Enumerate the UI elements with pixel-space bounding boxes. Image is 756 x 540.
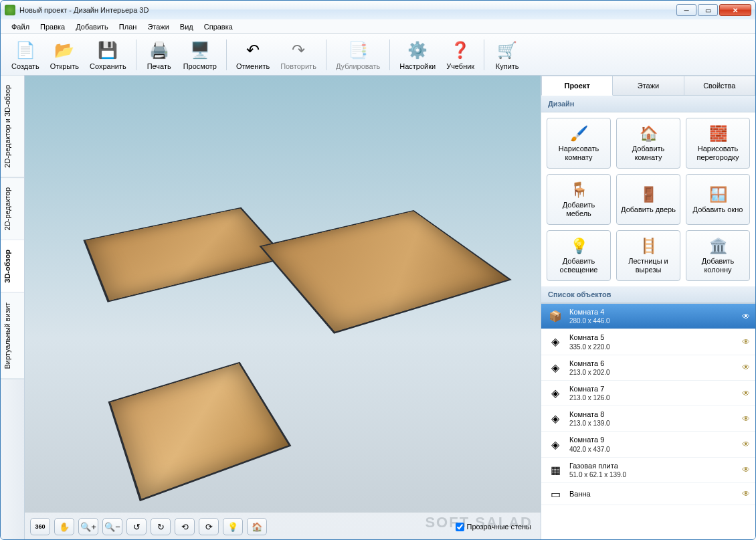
draw-partition-button[interactable]: 🧱Нарисовать перегородку — [686, 118, 750, 169]
add-light-button[interactable]: 💡Добавить освещение — [547, 230, 611, 281]
menu-справка[interactable]: Справка — [200, 21, 237, 32]
vp-rotate-left-button[interactable]: ↺ — [126, 518, 147, 535]
print-button-label: Печать — [147, 62, 171, 70]
sidebar-tabs: ПроектЭтажиСвойства — [541, 76, 755, 96]
add-window-button-label: Добавить окно — [693, 205, 743, 214]
object-item[interactable]: ◈Комната 6213.0 x 202.0👁 — [541, 355, 755, 381]
help-button[interactable]: ❓Учебник — [441, 37, 480, 73]
print-button[interactable]: 🖨️Печать — [140, 37, 178, 73]
settings-button[interactable]: ⚙️Настройки — [394, 37, 441, 73]
redo-button: ↷Повторить — [275, 37, 322, 73]
new-button-icon: 📄 — [15, 39, 36, 61]
object-list-header: Список объектов — [541, 286, 755, 303]
object-dimensions: 402.0 x 437.0 — [569, 445, 737, 454]
visibility-eye-icon[interactable]: 👁 — [742, 414, 750, 424]
add-light-button-icon: 💡 — [570, 237, 588, 256]
draw-room-button[interactable]: 🖌️Нарисовать комнату — [547, 118, 611, 169]
add-window-button-icon: 🪟 — [709, 185, 727, 204]
menu-этажи[interactable]: Этажи — [143, 21, 173, 32]
menu-добавить[interactable]: Добавить — [72, 21, 112, 32]
help-button-icon: ❓ — [450, 39, 471, 61]
preview-button-label: Просмотр — [183, 62, 217, 70]
visibility-eye-icon[interactable]: 👁 — [742, 465, 750, 474]
add-door-button[interactable]: 🚪Добавить дверь — [616, 174, 680, 225]
sidetab-2d[interactable]: 2D-редактор — [1, 178, 24, 240]
visibility-eye-icon[interactable]: 👁 — [742, 489, 750, 499]
menu-правка[interactable]: Правка — [36, 21, 69, 32]
draw-room-button-icon: 🖌️ — [570, 124, 588, 143]
object-item[interactable]: ◈Комната 5335.0 x 220.0👁 — [541, 329, 755, 355]
viewport[interactable]: 360✋🔍+🔍−↺↻⟲⟳💡🏠 Прозрачные стены SOFT SAL… — [25, 76, 541, 539]
vp-tilt-right-button[interactable]: ⟳ — [199, 518, 219, 535]
visibility-eye-icon[interactable]: 👁 — [742, 440, 750, 449]
add-window-button[interactable]: 🪟Добавить окно — [686, 174, 750, 225]
room-render — [108, 362, 292, 502]
add-furniture-button-label: Добавить мебель — [550, 201, 607, 217]
vp-zoom-out-button[interactable]: 🔍− — [102, 518, 122, 535]
object-icon: ▦ — [547, 462, 564, 477]
vp-360-button[interactable]: 360 — [30, 518, 50, 535]
minimize-button[interactable]: ─ — [676, 4, 696, 16]
draw-partition-button-icon: 🧱 — [709, 124, 727, 143]
object-item[interactable]: ◈Комната 7213.0 x 126.0👁 — [541, 381, 755, 406]
help-button-label: Учебник — [446, 62, 474, 70]
add-door-button-label: Добавить дверь — [621, 205, 676, 214]
toolbar: 📄Создать📂Открыть💾Сохранить🖨️Печать🖥️Прос… — [1, 34, 755, 76]
object-item[interactable]: ▦Газовая плита51.0 x 62.1 x 139.0👁 — [541, 458, 755, 483]
transparent-walls-checkbox[interactable]: Прозрачные стены — [456, 523, 535, 531]
visibility-eye-icon[interactable]: 👁 — [742, 363, 750, 372]
sidetab-virtual[interactable]: Виртуальный визит — [1, 293, 24, 379]
vp-home-button[interactable]: 🏠 — [247, 518, 267, 535]
open-button[interactable]: 📂Открыть — [45, 37, 84, 73]
undo-button[interactable]: ↶Отменить — [231, 37, 275, 73]
object-icon: ◈ — [547, 335, 564, 349]
sidetab-3d[interactable]: 3D-обзор — [1, 240, 24, 293]
settings-button-label: Настройки — [399, 62, 436, 70]
menu-вид[interactable]: Вид — [176, 21, 197, 32]
add-column-button-label: Добавить колонну — [689, 257, 747, 274]
transparent-walls-label: Прозрачные стены — [467, 523, 531, 531]
menu-план[interactable]: План — [115, 21, 141, 32]
stairs-button[interactable]: 🪜Лестницы и вырезы — [616, 230, 680, 281]
app-icon — [5, 5, 15, 15]
add-column-button[interactable]: 🏛️Добавить колонну — [686, 230, 750, 281]
duplicate-button-icon: 📑 — [347, 39, 369, 61]
maximize-button[interactable]: ▭ — [698, 4, 718, 16]
tab-properties[interactable]: Свойства — [684, 76, 755, 96]
object-name: Комната 9 — [569, 435, 737, 444]
object-item[interactable]: 📦Комната 4280.0 x 446.0👁 — [541, 304, 755, 329]
save-button[interactable]: 💾Сохранить — [84, 37, 132, 73]
object-name: Комната 5 — [569, 333, 737, 342]
object-item[interactable]: ◈Комната 8213.0 x 139.0👁 — [541, 406, 755, 432]
object-item[interactable]: ◈Комната 9402.0 x 437.0👁 — [541, 432, 755, 457]
visibility-eye-icon[interactable]: 👁 — [742, 389, 750, 398]
close-button[interactable]: ✕ — [719, 4, 751, 16]
open-button-icon: 📂 — [54, 39, 75, 61]
visibility-eye-icon[interactable]: 👁 — [742, 337, 750, 347]
buy-button[interactable]: 🛒Купить — [488, 37, 526, 73]
object-dimensions: 280.0 x 446.0 — [569, 317, 737, 325]
scene-3d[interactable] — [25, 76, 541, 513]
visibility-eye-icon[interactable]: 👁 — [742, 312, 750, 321]
add-furniture-button[interactable]: 🪑Добавить мебель — [547, 174, 611, 225]
open-button-label: Открыть — [50, 62, 79, 70]
add-room-button[interactable]: 🏠Добавить комнату — [616, 118, 680, 169]
sidetab-2d-3d[interactable]: 2D-редактор и 3D-обзор — [1, 76, 24, 178]
object-dimensions: 213.0 x 139.0 — [569, 419, 737, 428]
vp-light-button[interactable]: 💡 — [223, 518, 243, 535]
vp-tilt-left-button[interactable]: ⟲ — [175, 518, 195, 535]
redo-button-label: Повторить — [280, 62, 316, 70]
preview-button-icon: 🖥️ — [189, 39, 211, 61]
room-render — [260, 210, 512, 334]
preview-button[interactable]: 🖥️Просмотр — [178, 37, 222, 73]
object-name: Комната 8 — [569, 410, 737, 419]
vp-pan-button[interactable]: ✋ — [54, 518, 74, 535]
vp-zoom-in-button[interactable]: 🔍+ — [78, 518, 98, 535]
menubar: ФайлПравкаДобавитьПланЭтажиВидСправка — [1, 19, 755, 34]
tab-project[interactable]: Проект — [541, 76, 613, 96]
vp-rotate-right-button[interactable]: ↻ — [151, 518, 171, 535]
new-button[interactable]: 📄Создать — [6, 37, 45, 73]
menu-файл[interactable]: Файл — [7, 21, 33, 32]
object-item[interactable]: ▭Ванна👁 — [541, 483, 755, 505]
tab-floors[interactable]: Этажи — [613, 76, 684, 96]
